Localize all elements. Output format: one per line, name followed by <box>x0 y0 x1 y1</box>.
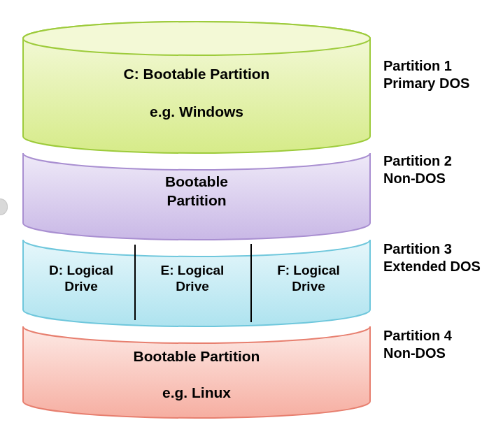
side-label-2-line2: Non-DOS <box>383 170 502 187</box>
partition-4-subtitle: e.g. Linux <box>22 383 371 402</box>
side-label-4-line2: Non-DOS <box>383 345 502 362</box>
side-label-1: Partition 1 Primary DOS <box>383 57 502 92</box>
logical-drive-e-line1: E: Logical <box>140 263 245 279</box>
partition-4-title-line1: Bootable Partition <box>134 348 260 364</box>
partition-4-title-line2: e.g. Linux <box>162 384 231 400</box>
partition-2-title: Bootable Partition <box>22 172 371 210</box>
partition-1-subtitle: e.g. Windows <box>22 102 371 121</box>
side-label-3-line2: Extended DOS <box>383 258 502 275</box>
side-label-1-line1: Partition 1 <box>383 57 502 75</box>
side-label-3-line1: Partition 3 <box>383 240 502 258</box>
svg-point-0 <box>23 22 370 55</box>
side-label-2-line1: Partition 2 <box>383 152 502 170</box>
partition-2-title-line1: Bootable <box>22 172 371 191</box>
logical-drive-f-line1: F: Logical <box>256 263 361 279</box>
logical-drive-e: E: Logical Drive <box>140 263 245 295</box>
side-label-3: Partition 3 Extended DOS <box>383 240 502 275</box>
side-label-2: Partition 2 Non-DOS <box>383 152 502 187</box>
logical-drive-d-line2: Drive <box>32 279 130 295</box>
logical-drive-d-line1: D: Logical <box>32 263 130 279</box>
side-label-4: Partition 4 Non-DOS <box>383 327 502 362</box>
side-label-4-line1: Partition 4 <box>383 327 502 345</box>
logical-drive-d: D: Logical Drive <box>32 263 130 295</box>
partition-1-title-line1: C: Bootable Partition <box>124 66 270 82</box>
partition-2-title-line2: Partition <box>22 191 371 210</box>
disk-cylinder: C: Bootable Partition e.g. Windows Boota… <box>22 21 371 418</box>
logical-drive-e-line2: Drive <box>140 279 245 295</box>
side-label-1-line2: Primary DOS <box>383 75 502 92</box>
left-edge-pill <box>0 198 8 215</box>
logical-drive-f-line2: Drive <box>256 279 361 295</box>
partition-4-title: Bootable Partition <box>22 347 371 366</box>
logical-drive-f: F: Logical Drive <box>256 263 361 295</box>
partition-1-title-line2: e.g. Windows <box>150 103 243 120</box>
partition-1-title: C: Bootable Partition <box>22 64 371 83</box>
partition-1 <box>22 21 371 154</box>
diagram-canvas: C: Bootable Partition e.g. Windows Boota… <box>0 0 503 448</box>
